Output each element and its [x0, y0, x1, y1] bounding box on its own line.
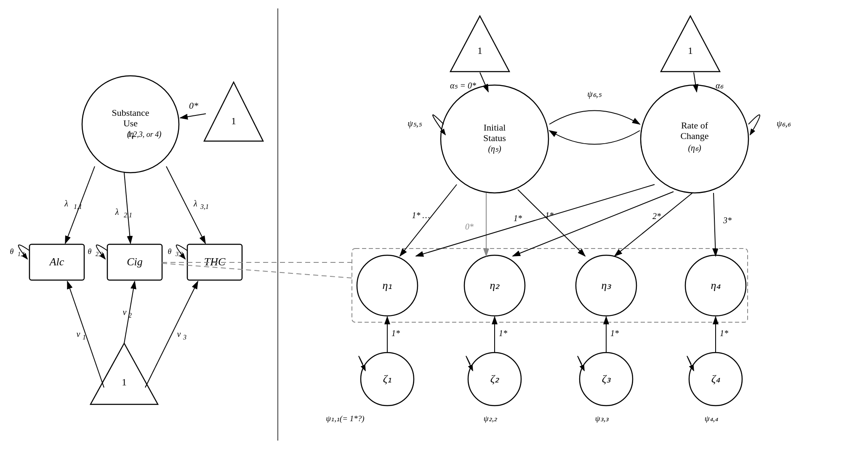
lambda-1-1: λ — [64, 199, 68, 208]
roc-label1: Rate of — [681, 120, 708, 131]
self-loop-is — [433, 115, 445, 135]
label-0star-is-eta2: 0* — [465, 222, 474, 231]
arrow-triangle-to-su — [180, 114, 206, 118]
zeta2-label: ζ₂ — [490, 373, 500, 385]
arrow-roc-eta1 — [416, 184, 655, 256]
label-2star: 2* — [652, 211, 661, 221]
label-3star: 3* — [723, 216, 732, 225]
alpha-6: α₆ — [716, 81, 724, 90]
roc-label2: Change — [680, 131, 708, 141]
arrow-tri-roc — [694, 72, 697, 92]
psi-1-1: ψ₁,₁(= 1*?) — [326, 414, 364, 423]
label-1star-is-eta1: 1* … — [412, 211, 430, 220]
arrow-roc-eta4 — [714, 193, 716, 256]
right-triangle-right-label: 1 — [688, 45, 693, 56]
self-loop-zeta1 — [359, 356, 365, 371]
arrow-is-eta1 — [400, 184, 457, 256]
self-loop-zeta4 — [687, 356, 694, 371]
psi-2-2: ψ₂,₂ — [484, 414, 498, 423]
nu-2-sub: 2 — [128, 312, 132, 319]
psi-6-5: ψ₆,₅ — [587, 89, 602, 99]
arrow-is-roc-right — [549, 111, 640, 125]
lambda-2-1: λ — [115, 207, 119, 216]
psi-3-3: ψ₃,₃ — [595, 414, 610, 423]
label-1star-roc-eta3: 1* — [514, 214, 522, 223]
eta4-label: η₄ — [711, 279, 721, 291]
right-triangle-right — [661, 16, 720, 72]
nu-3-sub: 3 — [183, 334, 186, 341]
left-bottom-triangle — [91, 343, 158, 404]
self-loop-zeta2 — [466, 356, 473, 371]
arrow-roc-eta3 — [615, 193, 692, 256]
theta-3-3: θ — [168, 247, 172, 256]
lambda-3-1-sub: 3,1 — [200, 203, 209, 210]
eta3-label: η₃ — [602, 279, 612, 291]
substance-use-label: Substance — [112, 107, 149, 118]
substance-use-paren: ) — [158, 129, 162, 139]
label-0star-left: 0* — [189, 100, 198, 111]
initial-status-eta: (η₅) — [488, 144, 501, 154]
label-1star-z1: 1* — [391, 329, 400, 338]
nu-1: ν — [77, 329, 80, 339]
right-triangle-left — [450, 16, 509, 72]
psi-5-5: ψ₅,₅ — [407, 119, 422, 128]
left-bottom-triangle-label: 1 — [122, 377, 127, 388]
diagram-container: Substance Use (η 1,2,3, or 4 ) 1 0* Alc … — [0, 0, 868, 449]
eta1-label: η₁ — [383, 279, 392, 291]
lambda-2-1-sub: 2,1 — [124, 211, 132, 219]
left-triangle-1-label: 1 — [231, 115, 236, 126]
psi-4-4: ψ₄,₄ — [705, 414, 719, 423]
dashed-cig-to-rect — [162, 263, 352, 278]
alpha-5: α₅ = 0* — [450, 81, 476, 90]
arrow-tri-is — [480, 72, 488, 92]
arrow-tri-thc — [145, 281, 198, 388]
self-loop-roc — [748, 115, 760, 135]
theta-1-1: θ — [10, 247, 14, 256]
substance-use-label2: Use — [123, 118, 138, 128]
zeta1-label: ζ₁ — [383, 373, 392, 385]
left-triangle-1 — [204, 82, 263, 141]
cig-label: Cig — [127, 256, 143, 268]
self-loop-zeta3 — [578, 356, 584, 371]
nu-2: ν — [123, 307, 127, 317]
lambda-3-1: λ — [193, 199, 197, 208]
theta-1-1-sub: 1,1 — [18, 251, 25, 257]
lambda-1-1-sub: 1,1 — [74, 203, 82, 210]
arrow-roc-is-left — [549, 131, 640, 144]
arrow-su-thc — [166, 166, 205, 243]
nu-3: ν — [177, 329, 181, 339]
alc-label: Alc — [49, 256, 64, 268]
zeta3-label: ζ₃ — [602, 373, 612, 385]
right-triangle-left-label: 1 — [477, 45, 482, 56]
initial-status-label2: Status — [483, 133, 506, 143]
substance-use-sub: 1,2,3, or 4 — [128, 130, 159, 139]
label-1star-z3: 1* — [610, 329, 619, 338]
dashed-rect-eta — [352, 249, 748, 322]
eta2-label: η₂ — [490, 279, 500, 291]
roc-eta: (η₆) — [688, 143, 701, 153]
theta-2-2-sub: 2,2 — [96, 251, 103, 257]
arrow-su-cig — [124, 173, 130, 243]
label-1star-z2: 1* — [499, 329, 507, 338]
thc-label: THC — [204, 256, 226, 268]
theta-2-2: θ — [88, 247, 92, 256]
psi-6-6: ψ₆,₆ — [777, 119, 791, 128]
nu-1-sub: 1 — [83, 334, 86, 341]
label-1star-z4: 1* — [720, 329, 728, 338]
theta-3-3-sub: 3,3 — [175, 251, 183, 257]
arrow-roc-eta2 — [513, 192, 674, 256]
zeta4-label: ζ₄ — [711, 373, 721, 385]
initial-status-label1: Initial — [484, 122, 506, 133]
